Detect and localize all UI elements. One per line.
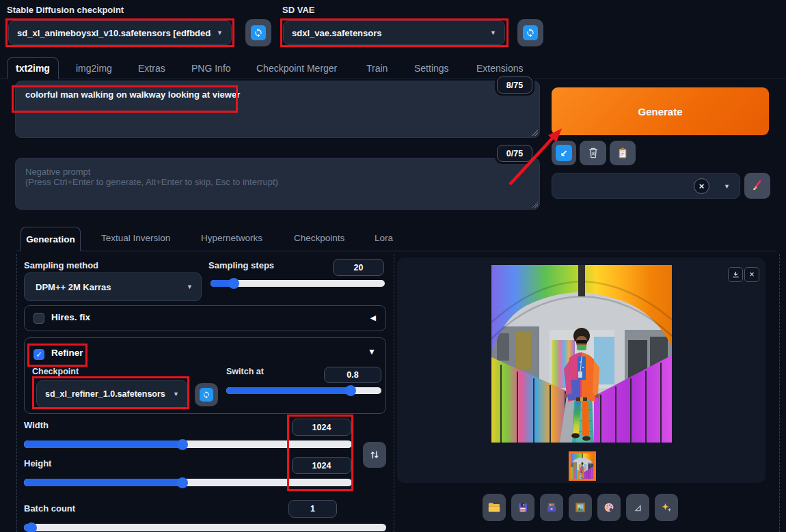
apply-styles-button[interactable] <box>610 141 636 165</box>
close-gallery-button[interactable]: × <box>744 267 759 282</box>
sampling-method-label: Sampling method <box>24 260 98 270</box>
resize-handle[interactable] <box>532 130 538 136</box>
floppy-disk-icon <box>517 501 529 514</box>
height-input[interactable]: 1024 <box>292 457 351 474</box>
swap-arrows-icon <box>369 449 380 460</box>
slider-thumb[interactable] <box>177 439 188 450</box>
chevron-down-icon: ▼ <box>217 29 223 36</box>
resize-handle[interactable] <box>532 201 538 208</box>
styles-dropdown[interactable]: × ▼ <box>552 173 740 199</box>
tab-hypernetworks[interactable]: Hypernetworks <box>201 233 262 243</box>
save-image-button[interactable] <box>511 494 534 521</box>
sampling-method-dropdown[interactable]: DPM++ 2M Karras ▼ <box>24 272 202 301</box>
height-label: Height <box>24 458 51 468</box>
tab-extras[interactable]: Extras <box>138 63 165 74</box>
sampling-steps-label: Sampling steps <box>208 260 274 270</box>
framed-picture-icon <box>574 501 586 514</box>
batch-count-slider[interactable] <box>24 524 386 531</box>
edit-styles-button[interactable] <box>744 173 770 199</box>
tab-settings[interactable]: Settings <box>414 63 449 74</box>
hires-fix-panel: Hires. fix ◀ <box>24 305 386 331</box>
checkpoint-dropdown[interactable]: sd_xl_animeboysxl_v10.safetensors [edfbd… <box>8 20 232 45</box>
switch-at-input[interactable]: 0.8 <box>324 367 381 383</box>
refresh-vae-button[interactable] <box>517 19 543 46</box>
arrow-down-left-icon: ↙ <box>556 145 572 161</box>
switch-at-slider[interactable] <box>226 387 381 394</box>
generated-image[interactable] <box>491 265 672 443</box>
clipboard-icon <box>616 146 629 160</box>
save-zip-button[interactable] <box>540 494 563 521</box>
checkpoint-value: sd_xl_animeboysxl_v10.safetensors [edfbd… <box>17 28 211 38</box>
generate-button[interactable]: Generate <box>552 87 769 135</box>
tab-train[interactable]: Train <box>366 63 388 74</box>
batch-count-input[interactable]: 1 <box>288 500 337 518</box>
slider-thumb[interactable] <box>228 278 239 289</box>
column-divider <box>394 254 394 532</box>
thumbnail-image <box>571 453 594 479</box>
slider-thumb[interactable] <box>345 385 356 396</box>
refresh-refiner-button[interactable] <box>195 383 218 406</box>
download-icon <box>731 270 740 279</box>
download-image-button[interactable] <box>728 267 743 282</box>
collapse-left-icon[interactable]: ◀ <box>370 313 376 322</box>
gen-tabs-divider <box>15 251 776 251</box>
open-folder-button[interactable] <box>483 494 506 521</box>
refiner-checkbox[interactable]: ✓ <box>33 349 44 360</box>
upscale-button[interactable] <box>655 494 678 521</box>
refresh-icon <box>523 25 538 40</box>
tab-txt2img[interactable]: txt2img <box>7 57 59 79</box>
gallery-thumbnail[interactable] <box>569 451 596 481</box>
refiner-panel: ✓ Refiner ▼ Checkpoint sd_xl_refiner_1.0… <box>24 337 386 414</box>
negative-token-counter: 0/75 <box>497 145 532 162</box>
output-gallery: × <box>397 257 765 483</box>
swap-dimensions-button[interactable] <box>363 442 386 468</box>
palette-icon <box>603 501 615 514</box>
paintbrush-icon <box>750 179 764 193</box>
tab-generation[interactable]: Generation <box>21 227 81 251</box>
clear-prompt-button[interactable] <box>580 141 606 165</box>
refresh-checkpoints-button[interactable] <box>245 19 271 46</box>
vae-label: SD VAE <box>282 5 314 15</box>
height-slider[interactable] <box>24 479 352 486</box>
expand-down-icon[interactable]: ▼ <box>368 347 376 356</box>
sampling-steps-input[interactable]: 20 <box>333 259 384 276</box>
width-input[interactable]: 1024 <box>292 419 351 436</box>
hires-fix-checkbox[interactable] <box>33 313 44 324</box>
chevron-down-icon: ▼ <box>724 183 730 190</box>
clear-styles-button[interactable]: × <box>694 178 709 194</box>
negative-prompt-input[interactable] <box>15 158 540 210</box>
sparkles-icon <box>660 501 673 514</box>
send-to-img2img-button[interactable] <box>569 494 592 521</box>
column-divider <box>779 254 780 532</box>
sampling-steps-slider[interactable] <box>211 280 385 287</box>
paste-parameters-button[interactable]: ↙ <box>552 141 576 165</box>
close-icon: × <box>749 270 754 279</box>
triangle-ruler-icon <box>632 501 644 514</box>
stable-diffusion-webui: Stable Diffusion checkpoint sd_xl_animeb… <box>0 0 786 532</box>
tab-lora[interactable]: Lora <box>375 233 393 243</box>
prompt-box: colorful man walking on walkway looking … <box>15 81 540 138</box>
tab-checkpoints[interactable]: Checkpoints <box>294 233 344 243</box>
tab-png-info[interactable]: PNG Info <box>191 63 231 74</box>
prompt-input[interactable]: colorful man walking on walkway looking … <box>15 81 540 138</box>
refiner-checkpoint-value: sd_xl_refiner_1.0.safetensors <box>45 389 167 399</box>
tab-checkpoint-merger[interactable]: Checkpoint Merger <box>256 63 337 74</box>
chevron-down-icon: ▼ <box>173 391 179 397</box>
send-to-extras-button[interactable] <box>626 494 649 521</box>
column-divider <box>16 254 17 532</box>
width-slider[interactable] <box>24 440 352 448</box>
tab-img2img[interactable]: img2img <box>76 63 112 74</box>
hires-fix-label[interactable]: Hires. fix <box>51 312 90 322</box>
refiner-label[interactable]: Refiner <box>51 348 83 358</box>
send-to-inpaint-button[interactable] <box>597 494 621 521</box>
vae-dropdown[interactable]: sdxl_vae.safetensors ▼ <box>283 20 505 45</box>
close-icon: × <box>699 181 705 191</box>
slider-thumb[interactable] <box>177 477 188 488</box>
chevron-down-icon: ▼ <box>490 29 496 36</box>
slider-thumb[interactable] <box>26 522 37 532</box>
prompt-token-counter: 8/75 <box>497 76 532 94</box>
tab-textual-inversion[interactable]: Textual Inversion <box>101 233 170 243</box>
refiner-checkpoint-dropdown[interactable]: sd_xl_refiner_1.0.safetensors ▼ <box>36 380 188 408</box>
batch-count-label: Batch count <box>24 503 75 514</box>
tab-extensions[interactable]: Extensions <box>476 63 523 74</box>
